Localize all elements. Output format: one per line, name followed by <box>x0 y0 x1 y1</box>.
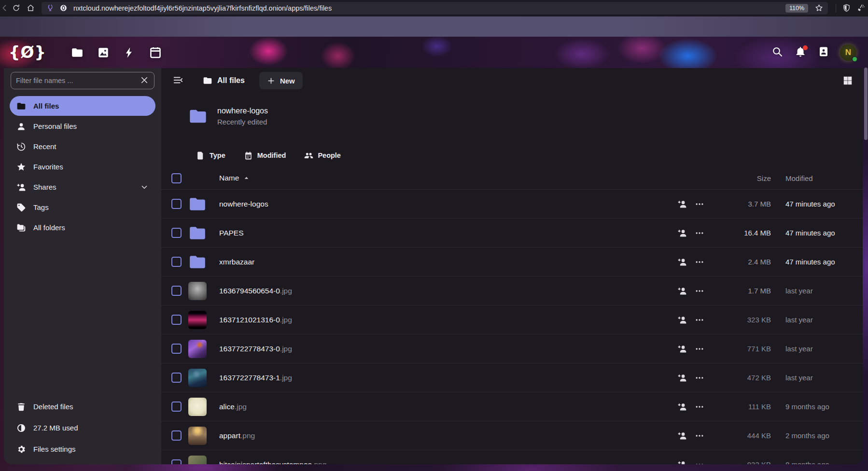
row-checkbox[interactable] <box>171 286 182 296</box>
actions-menu-button[interactable] <box>691 427 708 444</box>
sidebar-item-all-files[interactable]: All files <box>10 96 155 116</box>
actions-menu-button[interactable] <box>691 369 708 387</box>
filter-input[interactable] <box>16 77 140 84</box>
file-row-bitcoinispartofthesystemnoo[interactable]: bitcoinispartofthesystemnoo.png 933 KB 8… <box>161 450 863 464</box>
chevron-down-icon[interactable] <box>140 223 149 232</box>
row-checkbox[interactable] <box>171 373 182 383</box>
chevron-down-icon[interactable] <box>140 424 149 432</box>
sidebar-item-favorites[interactable]: Favorites <box>10 157 155 177</box>
back-button[interactable] <box>0 1 9 15</box>
share-button[interactable] <box>673 340 691 358</box>
file-row-1636794560654-0[interactable]: 1636794560654-0.jpg 1.7 MB last year <box>161 277 863 305</box>
unified-search-button[interactable] <box>770 46 784 59</box>
sidebar-item-shares[interactable]: Shares <box>10 177 155 197</box>
bookmark-star-icon[interactable] <box>815 4 823 12</box>
tor-circuit-icon[interactable] <box>46 4 55 12</box>
app-files-button[interactable] <box>70 43 85 62</box>
file-row-PAPES[interactable]: PAPES 16.4 MB 47 minutes ago <box>161 219 863 248</box>
row-checkbox[interactable] <box>171 430 182 441</box>
row-checkbox[interactable] <box>171 228 182 238</box>
sidebar-item-all-folders[interactable]: All folders <box>10 218 155 237</box>
file-row-alice[interactable]: alice.jpg 111 KB 9 months ago <box>161 392 863 421</box>
sidebar-item-recent[interactable]: Recent <box>10 137 155 156</box>
new-button[interactable]: New <box>259 72 303 89</box>
url-text[interactable]: nxtcloud.nowherejezfoltodf4jiyl6r56jnzin… <box>73 4 785 12</box>
column-header-modified[interactable]: Modified <box>785 174 853 182</box>
share-button[interactable] <box>673 253 691 271</box>
refresh-button[interactable] <box>9 1 23 15</box>
breadcrumb[interactable]: All files <box>203 76 245 85</box>
filter-chip-people[interactable]: People <box>304 151 341 160</box>
nextcloud-logo[interactable]: {Ø} <box>9 43 46 62</box>
chevron-down-icon[interactable] <box>140 142 149 151</box>
row-checkbox[interactable] <box>171 344 182 354</box>
app-photos-button[interactable] <box>96 43 111 62</box>
actions-menu-button[interactable] <box>691 456 708 465</box>
user-menu[interactable]: N <box>840 44 856 61</box>
navbar-right: N <box>770 44 856 61</box>
file-size: 444 KB <box>713 431 771 440</box>
sidebar-item-tags[interactable]: Tags <box>10 197 155 217</box>
chevron-down-icon[interactable] <box>140 122 149 131</box>
notifications-button[interactable] <box>794 46 807 59</box>
chevron-down-icon[interactable] <box>140 203 149 212</box>
file-row-appart[interactable]: appart.png 444 KB 2 months ago <box>161 421 863 450</box>
new-identity-button[interactable] <box>854 1 868 15</box>
share-button[interactable] <box>673 311 691 329</box>
chevron-down-icon[interactable] <box>140 402 149 411</box>
home-button[interactable] <box>23 1 38 15</box>
file-row-1637722778473-1[interactable]: 1637722778473-1.jpg 472 KB last year <box>161 363 863 392</box>
actions-menu-button[interactable] <box>691 282 708 300</box>
recent-folder-card[interactable]: nowhere-logos Recently edited <box>188 107 268 126</box>
select-all-checkbox[interactable] <box>171 173 182 183</box>
clear-filter-button[interactable] <box>140 76 149 85</box>
url-bar[interactable]: nxtcloud.nowherejezfoltodf4jiyl6r56jnzin… <box>42 2 828 14</box>
sidebar-item-files-settings[interactable]: Files settings <box>10 439 155 459</box>
row-checkbox[interactable] <box>171 459 182 464</box>
actions-menu-button[interactable] <box>691 253 708 271</box>
recent-folder-title[interactable]: nowhere-logos <box>217 107 268 115</box>
actions-menu-button[interactable] <box>691 195 708 213</box>
chevron-down-icon[interactable] <box>140 183 149 192</box>
zoom-level-badge[interactable]: 110% <box>785 4 808 13</box>
share-button[interactable] <box>673 224 691 242</box>
column-header-name[interactable]: Name <box>219 174 673 182</box>
file-row-nowhere-logos[interactable]: nowhere-logos 3.7 MB 47 minutes ago <box>161 190 863 219</box>
sidebar-navigation: All files Personal files Recent Favorite… <box>10 96 155 237</box>
column-header-size[interactable]: Size <box>713 174 771 182</box>
filter-chip-modified[interactable]: Modified <box>244 151 286 160</box>
app-activity-button[interactable] <box>122 43 137 62</box>
file-size: 111 KB <box>713 402 771 411</box>
row-checkbox[interactable] <box>171 199 182 209</box>
security-shield-button[interactable] <box>839 1 854 15</box>
toggle-sidebar-button[interactable] <box>171 73 185 88</box>
contacts-button[interactable] <box>817 46 830 59</box>
sidebar-item-deleted-files[interactable]: Deleted files <box>10 397 155 416</box>
chevron-down-icon[interactable] <box>140 102 149 111</box>
row-checkbox[interactable] <box>171 315 182 325</box>
share-button[interactable] <box>673 282 691 300</box>
share-button[interactable] <box>673 398 691 416</box>
scrollbar-thumb[interactable] <box>864 68 868 140</box>
share-button[interactable] <box>673 195 691 213</box>
actions-menu-button[interactable] <box>691 340 708 358</box>
file-row-1637121021316-0[interactable]: 1637121021316-0.jpg 323 KB last year <box>161 305 863 334</box>
chevron-down-icon[interactable] <box>140 163 149 171</box>
share-button[interactable] <box>673 427 691 444</box>
file-row-xmrbazaar[interactable]: xmrbazaar 2.4 MB 47 minutes ago <box>161 248 863 277</box>
filter-chip-type[interactable]: Type <box>196 151 225 160</box>
row-checkbox[interactable] <box>171 402 182 412</box>
actions-menu-button[interactable] <box>691 224 708 242</box>
share-button[interactable] <box>673 369 691 387</box>
breadcrumb-label[interactable]: All files <box>217 76 245 85</box>
actions-menu-button[interactable] <box>691 311 708 329</box>
grid-view-toggle-button[interactable] <box>841 75 854 87</box>
share-button[interactable] <box>673 456 691 465</box>
row-checkbox[interactable] <box>171 257 182 267</box>
file-row-1637722778473-0[interactable]: 1637722778473-0.jpg 771 KB last year <box>161 334 863 363</box>
file-name: appart <box>219 431 240 440</box>
app-calendar-button[interactable] <box>148 43 163 62</box>
actions-menu-button[interactable] <box>691 398 708 416</box>
sidebar-item-personal-files[interactable]: Personal files <box>10 116 155 136</box>
chevron-down-icon[interactable] <box>140 445 149 454</box>
